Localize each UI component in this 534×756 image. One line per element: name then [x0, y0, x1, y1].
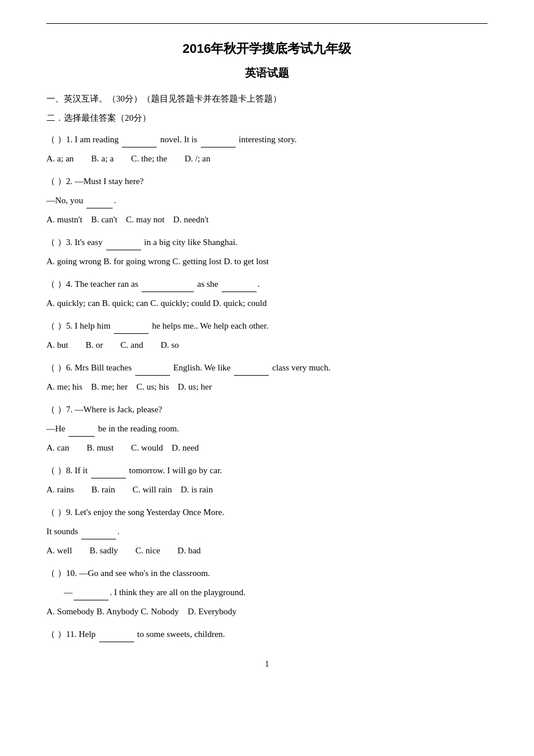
q9-stem1: （ ）9. Let's enjoy the song Yesterday Onc… [46, 505, 488, 520]
q11-blank [99, 633, 134, 642]
q10-options: A. Somebody B. Anybody C. Nobody D. Ever… [46, 604, 488, 620]
q4-options: A. quickly; can B. quick; can C. quickly… [46, 296, 488, 311]
page-number: 1 [46, 660, 488, 669]
question-11: （ ）11. Help to some sweets, children. [46, 627, 488, 642]
q2-blank [86, 199, 113, 208]
section2-label: 二．选择最佳答案（20分） [46, 113, 151, 123]
q8-options: A. rains B. rain C. will rain D. is rain [46, 482, 488, 498]
q4-text: （ ）4. The teacher ran as as she . [46, 276, 488, 292]
q7-blank [68, 427, 95, 437]
sub-title: 英语试题 [46, 66, 488, 81]
q9-options: A. well B. sadly C. nice D. bad [46, 543, 488, 559]
q4-blank2 [222, 283, 257, 292]
q8-blank [91, 469, 126, 478]
q9-blank [81, 530, 116, 539]
q9-stem2: It sounds . [46, 524, 488, 539]
q11-text: （ ）11. Help to some sweets, children. [46, 627, 488, 642]
q5-options: A. but B. or C. and D. so [46, 337, 488, 353]
question-9: （ ）9. Let's enjoy the song Yesterday Onc… [46, 505, 488, 559]
q4-blank1 [142, 283, 194, 292]
q1-blank2 [201, 138, 236, 147]
q1-options: A. a; an B. a; a C. the; the D. /; an [46, 151, 488, 167]
q1-blank1 [122, 138, 157, 147]
q10-stem1: （ ）10. —Go and see who's in the classroo… [46, 566, 488, 581]
section1-label: 一、英汉互译。（30分）（题目见答题卡并在答题卡上答题） [46, 94, 282, 103]
q2-stem1: （ ）2. —Must I stay here? [46, 174, 488, 189]
main-title: 2016年秋开学摸底考试九年级 [46, 40, 488, 57]
question-1: （ ）1. I am reading novel. It is interest… [46, 132, 488, 167]
q6-blank1 [135, 366, 170, 376]
q5-text: （ ）5. I help him he helps me.. We help e… [46, 318, 488, 334]
section2-header: 二．选择最佳答案（20分） [46, 113, 488, 124]
question-8: （ ）8. If it tomorrow. I will go by car. … [46, 463, 488, 498]
q7-stem1: （ ）7. —Where is Jack, please? [46, 402, 488, 417]
question-3: （ ）3. It's easy in a big city like Shang… [46, 235, 488, 269]
q10-stem2: —. I think they are all on the playgroun… [46, 585, 488, 600]
q1-text: （ ）1. I am reading novel. It is interest… [46, 132, 488, 147]
q2-stem2: —No, you . [46, 193, 488, 208]
q6-options: A. me; his B. me; her C. us; his D. us; … [46, 379, 488, 395]
q6-blank2 [234, 366, 269, 376]
q7-options: A. can B. must C. would D. need [46, 440, 488, 456]
question-4: （ ）4. The teacher ran as as she . A. qui… [46, 276, 488, 311]
question-6: （ ）6. Mrs Bill teaches English. We like … [46, 360, 488, 395]
question-10: （ ）10. —Go and see who's in the classroo… [46, 566, 488, 620]
q3-text: （ ）3. It's easy in a big city like Shang… [46, 235, 488, 250]
question-5: （ ）5. I help him he helps me.. We help e… [46, 318, 488, 353]
q2-options: A. mustn't B. can't C. may not D. needn'… [46, 212, 488, 228]
q6-text: （ ）6. Mrs Bill teaches English. We like … [46, 360, 488, 376]
q3-options: A. going wrong B. for going wrong C. get… [46, 254, 488, 269]
q10-blank [74, 591, 109, 600]
q5-blank [114, 325, 149, 334]
q8-text: （ ）8. If it tomorrow. I will go by car. [46, 463, 488, 478]
top-divider [46, 23, 488, 24]
q7-stem2: —He be in the reading room. [46, 421, 488, 437]
question-7: （ ）7. —Where is Jack, please? —He be in … [46, 402, 488, 456]
question-2: （ ）2. —Must I stay here? —No, you . A. m… [46, 174, 488, 228]
q3-blank [106, 241, 141, 250]
section1-header: 一、英汉互译。（30分）（题目见答题卡并在答题卡上答题） [46, 93, 488, 105]
